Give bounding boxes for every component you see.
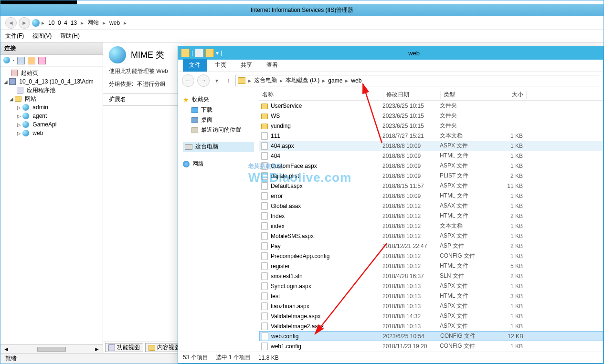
back-button[interactable]: ◄ [5,17,17,29]
menu-file[interactable]: 文件(F) [5,32,24,40]
file-row[interactable]: web.config2023/6/25 10:54CONFIG 文件12 KB [259,331,603,341]
file-list[interactable]: UserService2023/6/25 10:15文件夹WS2023/6/25… [259,101,603,352]
expand-icon[interactable]: ▷ [17,131,21,136]
file-size: 12 KB [493,333,526,340]
refresh-icon[interactable] [38,57,46,64]
collapse-icon[interactable]: ◢ [9,96,14,102]
file-row[interactable]: PrecompiledApp.config2018/8/8 10:12CONFI… [259,251,603,261]
sidebar-desktop[interactable]: 桌面 [183,115,254,125]
properties-icon[interactable] [195,49,203,57]
overflow-icon[interactable]: ▾ [216,50,219,56]
file-row[interactable]: test2018/8/8 10:13HTML 文件3 KB [259,291,603,301]
tree-server[interactable]: ◢ 10_0_4_13 (10_0_4_13\Adm [0,77,103,86]
file-icon [261,142,268,150]
breadcrumb-drive[interactable]: 本地磁盘 (D:) [286,76,319,84]
file-row[interactable]: Default.aspx2018/8/15 11:57ASPX 文件11 KB [259,181,603,191]
tree-site-gameapi[interactable]: ▷ GameApi [0,120,103,129]
breadcrumb-web[interactable]: web [107,20,122,26]
file-row[interactable]: register2018/8/8 10:12HTML 文件5 KB [259,261,603,271]
tree-app-pools[interactable]: 应用程序池 [0,86,103,94]
file-row[interactable]: 404.aspx2018/8/8 10:09ASPX 文件1 KB [259,141,603,151]
breadcrumb-web[interactable]: web [351,77,361,84]
expand-icon[interactable]: ▷ [17,114,21,119]
nav-recent-dropdown[interactable]: ▾ [212,76,221,85]
ribbon-tab-view[interactable]: 查看 [260,59,284,72]
file-name: index [271,223,285,229]
file-row[interactable]: web1.config2018/11/23 19:20CONFIG 文件1 KB [259,341,603,351]
iis-title-bar[interactable]: Internet Information Services (IIS)管理器 [0,4,604,16]
chevron-right-icon[interactable]: ▸ [279,77,284,84]
tree-site-admin[interactable]: ▷ admin [0,103,103,112]
file-size: 1 KB [492,163,526,169]
file-name: Index [271,213,285,219]
folder-icon[interactable] [28,57,35,64]
breadcrumb-this-pc[interactable]: 这台电脑 [254,76,277,84]
mime-icon [109,46,126,63]
menu-view[interactable]: 视图(V) [32,32,52,40]
file-row[interactable]: Pay2018/12/21 22:47ASP 文件2 KB [259,241,603,251]
connections-header: 连接 [0,42,103,55]
file-row[interactable]: WS2023/6/25 10:15文件夹 [259,111,603,121]
horizontal-scrollbar[interactable]: ◄► [0,344,103,353]
folder-icon [15,96,21,102]
group-by-value[interactable]: 不进行分组 [137,80,166,88]
file-row[interactable]: 4042018/8/8 10:09HTML 文件1 KB [259,151,603,161]
chevron-right-icon[interactable]: ▸ [247,77,252,84]
tab-feature-view[interactable]: 功能视图 [105,343,143,352]
file-row[interactable]: dajiale.plist2018/8/8 10:09PLIST 文件2 KB [259,171,603,181]
explorer-title-bar[interactable]: | ▾ | web [178,46,603,60]
file-row[interactable]: 1112018/7/27 15:21文本文档1 KB [259,131,603,141]
ribbon-tab-file[interactable]: 文件 [183,59,207,72]
file-row[interactable]: tiaozhuan.aspx2018/8/8 10:13ASPX 文件1 KB [259,301,603,311]
file-icon [261,182,268,190]
nav-up-button[interactable]: ↑ [224,76,233,85]
col-type[interactable]: 类型 [441,91,493,99]
nav-forward-button[interactable]: → [197,74,210,87]
sidebar-downloads[interactable]: 下载 [183,105,254,115]
file-row[interactable]: smstest1.sln2018/4/28 16:37SLN 文件2 KB [259,271,603,281]
file-row[interactable]: CustomFace.aspx2018/8/8 10:09ASPX 文件1 KB [259,161,603,171]
col-name[interactable]: 名称 [259,91,383,99]
tree-start-page[interactable]: 起始页 [0,69,103,77]
collapse-icon[interactable]: ◢ [3,79,8,84]
ribbon-tab-home[interactable]: 主页 [209,59,233,72]
tree-sites[interactable]: ◢ 网站 [0,94,103,103]
chevron-right-icon[interactable]: ▸ [321,77,326,84]
ribbon-tab-share[interactable]: 共享 [234,59,258,72]
save-icon[interactable] [17,57,25,64]
column-headers: 名称 修改日期 类型 大小 [259,89,603,101]
file-row[interactable]: SyncLogin.aspx2018/8/8 10:13ASPX 文件1 KB [259,281,603,291]
expand-icon[interactable]: ▷ [17,122,21,127]
breadcrumb-sites[interactable]: 网站 [85,19,101,27]
nav-back-button[interactable]: ← [182,74,194,87]
file-row[interactable]: MobileSMS.aspx2018/8/8 10:12ASPX 文件1 KB [259,231,603,241]
sidebar-favorites[interactable]: ★收藏夹 [183,94,254,105]
file-row[interactable]: yunding2023/6/25 10:15文件夹 [259,121,603,131]
expand-icon[interactable]: ▷ [17,105,21,110]
sidebar-network[interactable]: 网络 [183,158,254,169]
tree-site-web[interactable]: ▷ web [0,129,103,137]
sidebar-this-pc[interactable]: 这台电脑 [183,142,254,152]
folder-icon[interactable] [205,49,214,57]
chevron-right-icon[interactable]: ▸ [344,77,349,84]
file-row[interactable]: error2018/8/8 10:09HTML 文件1 KB [259,191,603,201]
sidebar-recent[interactable]: 最近访问的位置 [183,125,254,135]
address-bar[interactable]: ▸ 这台电脑 ▸ 本地磁盘 (D:) ▸ game ▸ web [235,75,599,86]
file-row[interactable]: ValidateImage.aspx2018/8/8 14:32ASPX 文件1… [259,311,603,321]
file-row[interactable]: Index2018/8/8 10:12HTML 文件2 KB [259,211,603,221]
connections-tree[interactable]: 起始页 ◢ 10_0_4_13 (10_0_4_13\Adm 应用程序池 ◢ 网… [0,67,103,344]
file-name: web1.config [271,343,301,350]
col-size[interactable]: 大小 [493,91,527,99]
connect-icon[interactable] [3,57,10,63]
file-row[interactable]: Global.asax2018/8/8 10:12ASAX 文件1 KB [259,201,603,211]
breadcrumb-game[interactable]: game [328,77,342,84]
explorer-sidebar: ★收藏夹 下载 桌面 最近访问的位置 这台电脑 网络 [178,89,259,352]
menu-help[interactable]: 帮助(H) [60,32,80,40]
breadcrumb-server[interactable]: 10_0_4_13 [46,20,79,26]
col-date[interactable]: 修改日期 [383,91,441,99]
file-row[interactable]: index2018/8/8 10:12文本文档1 KB [259,221,603,231]
file-row[interactable]: UserService2023/6/25 10:15文件夹 [259,101,603,111]
forward-button[interactable]: ► [19,17,30,29]
file-row[interactable]: ValidateImage2.aspx2018/8/8 10:13ASPX 文件… [259,321,603,331]
tree-site-agent[interactable]: ▷ agent [0,112,103,120]
